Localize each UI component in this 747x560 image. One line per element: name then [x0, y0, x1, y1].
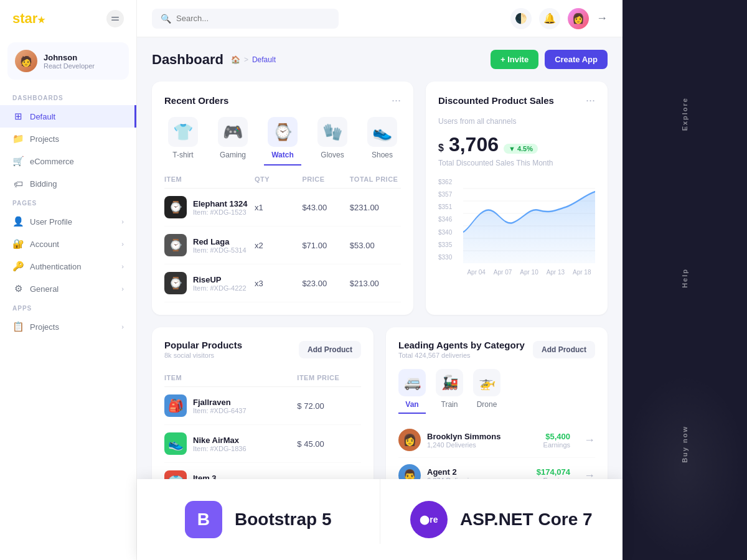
tab-train[interactable]: 🚂 Train — [436, 369, 463, 414]
sidebar-item-label: Projects — [30, 134, 59, 144]
buy-now-label[interactable]: Buy now — [681, 426, 688, 463]
item-total: $231.00 — [350, 203, 401, 212]
gloves-icon: 🧤 — [317, 117, 347, 147]
settings-icon: ⚙ — [12, 283, 24, 294]
tab-van[interactable]: 🚐 Van — [398, 369, 426, 414]
sales-subtitle: Users from all channels — [438, 117, 595, 126]
item-total: $53.00 — [350, 241, 401, 250]
tab-watch[interactable]: ⌚ Watch — [264, 117, 301, 166]
card-menu-icon[interactable]: ··· — [392, 94, 401, 107]
item-image: ⌚ — [164, 196, 187, 218]
pp-table-header: ITEM ITEM PRICE — [164, 369, 361, 387]
tshirt-icon: 👕 — [168, 117, 198, 147]
watch-icon: ⌚ — [268, 117, 298, 147]
right-panel: Explore Help Buy now — [622, 0, 747, 560]
bootstrap-text: Bootstrap 5 — [235, 510, 332, 530]
sidebar-item-label: Account — [30, 240, 59, 249]
sales-badge: ▼ 4.5% — [504, 144, 538, 154]
theme-icon[interactable]: 🌓 — [510, 8, 532, 29]
item-total: $213.00 — [350, 279, 401, 288]
item-name: Fjallraven — [193, 398, 247, 407]
item-sku: Item: #XDG-1836 — [193, 445, 247, 452]
sidebar-item-label: Default — [30, 112, 55, 121]
invite-button[interactable]: + Invite — [491, 50, 538, 69]
discounted-sales-card: Discounted Product Sales ··· Users from … — [426, 82, 608, 315]
arrow-right-icon[interactable]: → — [584, 434, 595, 447]
item-image: ⌚ — [164, 234, 187, 256]
list-item: 🎒 Fjallraven Item: #XDG-6437 $ 72.00 — [164, 387, 361, 425]
sidebar-item-default[interactable]: ⊞ Default — [0, 105, 136, 128]
sidebar-item-bidding[interactable]: 🏷 Bidding — [0, 172, 136, 195]
dashboards-section-label: DASHBOARDS — [0, 90, 136, 105]
orders-table-header: ITEM QTY PRICE TOTAL PRICE — [164, 175, 401, 189]
table-row: ⌚ RiseUP Item: #XDG-4222 x3 $23.00 $213.… — [164, 264, 401, 302]
add-product-button[interactable]: Add Product — [299, 341, 361, 358]
sidebar-item-authentication[interactable]: 🔑 Authentication › — [0, 255, 136, 278]
item-name: RiseUP — [193, 275, 247, 284]
drone-icon: 🚁 — [473, 369, 500, 396]
explore-label[interactable]: Explore — [681, 97, 688, 131]
table-row: ⌚ Red Laga Item: #XDG-5314 x2 $71.00 $53… — [164, 226, 401, 264]
table-row: ⌚ Elephant 1324 Item: #XDG-1523 x1 $43.0… — [164, 189, 401, 226]
sidebar-item-label: eCommerce — [30, 157, 74, 166]
sidebar-item-general[interactable]: ⚙ General › — [0, 278, 136, 300]
search-input[interactable] — [176, 14, 330, 23]
logo-star-icon: star — [12, 11, 37, 26]
list-item: 👟 Nike AirMax Item: #XDG-1836 $ 45.00 — [164, 425, 361, 463]
item-sku: Item: #XDG-1523 — [193, 208, 247, 216]
search-icon: 🔍 — [161, 14, 171, 24]
bootstrap-banner[interactable]: B Bootstrap 5 — [137, 479, 380, 560]
card-menu-icon[interactable]: ··· — [586, 94, 595, 107]
item-qty: x1 — [255, 203, 297, 212]
bootstrap-icon: B — [185, 501, 222, 538]
tab-tshirt[interactable]: 👕 T-shirt — [164, 117, 202, 166]
notification-icon[interactable]: 🔔 — [539, 8, 560, 29]
tab-drone[interactable]: 🚁 Drone — [473, 369, 500, 414]
sidebar-item-projects[interactable]: 📁 Projects — [0, 128, 136, 150]
popular-products-title: Popular Products — [164, 340, 242, 350]
add-product-button-2[interactable]: Add Product — [533, 341, 595, 358]
tab-label: Train — [441, 400, 458, 409]
sidebar-toggle-button[interactable] — [106, 10, 124, 27]
grid-icon: ⊞ — [12, 111, 24, 122]
sidebar-item-label: Authentication — [30, 262, 81, 271]
sidebar-item-ecommerce[interactable]: 🛒 eCommerce — [0, 150, 136, 172]
sidebar-item-apps-projects[interactable]: 📋 Projects › — [0, 315, 136, 338]
card-header: Popular Products 8k social visitors Add … — [164, 340, 361, 359]
breadcrumb-sep: > — [244, 55, 248, 64]
search-box[interactable]: 🔍 — [152, 9, 339, 29]
popular-products-subtitle: 8k social visitors — [164, 352, 242, 359]
chevron-down-icon: › — [121, 218, 124, 225]
tab-gloves[interactable]: 🧤 Gloves — [314, 117, 351, 166]
item-name: Red Laga — [193, 237, 247, 246]
create-app-button[interactable]: Create App — [545, 50, 608, 69]
tag-icon: 🏷 — [12, 178, 24, 189]
item-image: 🎒 — [164, 394, 187, 417]
folder-icon: 📁 — [12, 133, 24, 144]
star-icon: ★ — [37, 15, 45, 25]
pages-section-label: PAGES — [0, 195, 136, 210]
agent-deliveries: 1,240 Deliveries — [427, 441, 500, 449]
item-info: ⌚ Red Laga Item: #XDG-5314 — [164, 234, 250, 256]
sales-amount: $ 3,706 ▼ 4.5% — [438, 133, 595, 156]
shoes-icon: 👟 — [367, 117, 397, 147]
aspnet-banner[interactable]: ⬤re ASP.NET Core 7 — [380, 479, 623, 560]
tab-shoes[interactable]: 👟 Shoes — [364, 117, 401, 166]
tab-gaming[interactable]: 🎮 Gaming — [214, 117, 251, 166]
col-price: PRICE — [302, 175, 344, 183]
home-icon[interactable]: 🏠 — [231, 55, 240, 64]
sidebar-item-account[interactable]: 🔐 Account › — [0, 233, 136, 255]
sales-dollar: $ — [438, 142, 444, 154]
help-label[interactable]: Help — [681, 268, 688, 288]
sidebar-item-user-profile[interactable]: 👤 User Profile › — [0, 210, 136, 233]
logo-text: star★ — [12, 11, 45, 27]
user-avatar-topbar[interactable]: 👩 — [568, 8, 589, 29]
aspnet-text: ASP.NET Core 7 — [460, 510, 593, 530]
breadcrumb-current: Default — [252, 55, 276, 64]
tab-label: Gaming — [220, 151, 246, 159]
cards-row: Recent Orders ··· 👕 T-shirt 🎮 Gaming ⌚ W… — [152, 82, 608, 315]
arrow-right-icon[interactable]: → — [596, 12, 608, 25]
col-item: ITEM — [164, 175, 250, 183]
tab-label: Watch — [271, 151, 294, 159]
sidebar-item-label: Projects — [30, 322, 59, 332]
